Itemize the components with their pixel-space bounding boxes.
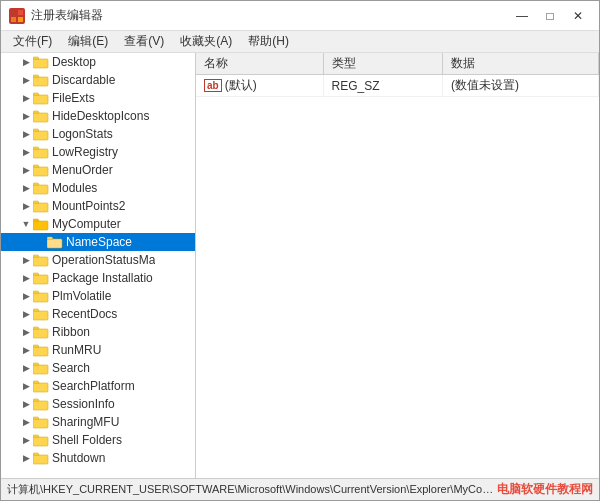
svg-rect-22 (33, 383, 48, 392)
tree-item[interactable]: ▶ OperationStatusMa (1, 251, 195, 269)
tree-item[interactable]: ▶ SharingMFU (1, 413, 195, 431)
svg-rect-6 (33, 95, 48, 104)
tree-item[interactable]: ▶ RecentDocs (1, 305, 195, 323)
tree-item[interactable]: ▶ MenuOrder (1, 161, 195, 179)
svg-rect-13 (33, 221, 48, 230)
tree-expander[interactable]: ▶ (19, 289, 33, 303)
tree-item[interactable]: ▶ Desktop (1, 53, 195, 71)
svg-rect-23 (33, 401, 48, 410)
tree-expander[interactable]: ▶ (19, 181, 33, 195)
tree-item[interactable]: ▶ Package Installatio (1, 269, 195, 287)
minimize-button[interactable]: — (509, 5, 535, 27)
tree-expander[interactable] (33, 235, 47, 249)
registry-pane: 名称 类型 数据 ab (默认) REG_SZ(数值未设置) (196, 53, 599, 478)
tree-item[interactable]: ▼ MyComputer (1, 215, 195, 233)
tree-item-label: Modules (52, 181, 97, 195)
folder-icon (33, 109, 49, 123)
tree-expander[interactable]: ▶ (19, 109, 33, 123)
tree-item[interactable]: ▶ FileExts (1, 89, 195, 107)
tree-expander[interactable]: ▶ (19, 361, 33, 375)
svg-rect-1 (18, 10, 23, 15)
watermark: 电脑软硬件教程网 (497, 481, 593, 498)
menu-view[interactable]: 查看(V) (116, 31, 172, 52)
tree-expander[interactable]: ▶ (19, 91, 33, 105)
svg-rect-21 (33, 365, 48, 374)
tree-expander[interactable]: ▶ (19, 343, 33, 357)
folder-icon (33, 325, 49, 339)
tree-item-label: Shell Folders (52, 433, 122, 447)
folder-icon (33, 253, 49, 267)
col-type: 类型 (323, 53, 442, 75)
main-window: 注册表编辑器 — □ ✕ 文件(F) 编辑(E) 查看(V) 收藏夹(A) 帮助… (0, 0, 600, 501)
menu-bar: 文件(F) 编辑(E) 查看(V) 收藏夹(A) 帮助(H) (1, 31, 599, 53)
folder-icon (33, 199, 49, 213)
window-title: 注册表编辑器 (31, 7, 509, 24)
table-row[interactable]: ab (默认) REG_SZ(数值未设置) (196, 75, 599, 97)
tree-expander[interactable]: ▶ (19, 415, 33, 429)
app-icon (9, 8, 25, 24)
tree-expander[interactable]: ▶ (19, 307, 33, 321)
tree-expander[interactable]: ▶ (19, 73, 33, 87)
tree-item[interactable]: ▶ LogonStats (1, 125, 195, 143)
folder-icon (33, 289, 49, 303)
tree-item-label: SharingMFU (52, 415, 119, 429)
menu-file[interactable]: 文件(F) (5, 31, 60, 52)
tree-item[interactable]: ▶ LowRegistry (1, 143, 195, 161)
tree-expander[interactable]: ▶ (19, 433, 33, 447)
tree-expander[interactable]: ▶ (19, 325, 33, 339)
folder-icon (33, 217, 49, 231)
folder-icon (33, 433, 49, 447)
folder-icon (33, 181, 49, 195)
tree-item[interactable]: ▶ Search (1, 359, 195, 377)
menu-favorites[interactable]: 收藏夹(A) (172, 31, 240, 52)
tree-item-label: NameSpace (66, 235, 132, 249)
tree-item[interactable]: ▶ SearchPlatform (1, 377, 195, 395)
tree-item[interactable]: ▶ HideDesktopIcons (1, 107, 195, 125)
window-controls: — □ ✕ (509, 5, 591, 27)
tree-expander[interactable]: ▶ (19, 199, 33, 213)
tree-expander[interactable]: ▶ (19, 379, 33, 393)
svg-rect-10 (33, 167, 48, 176)
tree-item[interactable]: NameSpace (1, 233, 195, 251)
tree-item[interactable]: ▶ Shutdown (1, 449, 195, 467)
tree-expander[interactable]: ▶ (19, 55, 33, 69)
menu-help[interactable]: 帮助(H) (240, 31, 297, 52)
tree-item[interactable]: ▶ Discardable (1, 71, 195, 89)
tree-item[interactable]: ▶ Ribbon (1, 323, 195, 341)
svg-rect-4 (33, 59, 48, 68)
folder-icon (33, 73, 49, 87)
tree-item[interactable]: ▶ RunMRU (1, 341, 195, 359)
reg-data: (数值未设置) (442, 75, 598, 97)
tree-expander[interactable]: ▶ (19, 253, 33, 267)
tree-expander[interactable]: ▶ (19, 127, 33, 141)
tree-expander[interactable]: ▼ (19, 217, 33, 231)
reg-name: ab (默认) (196, 75, 323, 97)
tree-expander[interactable]: ▶ (19, 163, 33, 177)
svg-rect-8 (33, 131, 48, 140)
folder-icon (33, 91, 49, 105)
folder-icon (33, 127, 49, 141)
folder-icon (33, 343, 49, 357)
status-path: 计算机\HKEY_CURRENT_USER\SOFTWARE\Microsoft… (7, 482, 497, 497)
tree-item-label: Desktop (52, 55, 96, 69)
maximize-button[interactable]: □ (537, 5, 563, 27)
tree-item[interactable]: ▶ MountPoints2 (1, 197, 195, 215)
svg-rect-9 (33, 149, 48, 158)
tree-item-label: MenuOrder (52, 163, 113, 177)
tree-item-label: PlmVolatile (52, 289, 111, 303)
tree-pane[interactable]: ▶ Desktop▶ Discardable▶ FileExts▶ HideDe… (1, 53, 196, 478)
svg-rect-11 (33, 185, 48, 194)
content-area: ▶ Desktop▶ Discardable▶ FileExts▶ HideDe… (1, 53, 599, 478)
tree-expander[interactable]: ▶ (19, 271, 33, 285)
tree-expander[interactable]: ▶ (19, 145, 33, 159)
tree-item[interactable]: ▶ PlmVolatile (1, 287, 195, 305)
tree-item[interactable]: ▶ Modules (1, 179, 195, 197)
tree-item-label: Search (52, 361, 90, 375)
tree-item[interactable]: ▶ SessionInfo (1, 395, 195, 413)
menu-edit[interactable]: 编辑(E) (60, 31, 116, 52)
close-button[interactable]: ✕ (565, 5, 591, 27)
tree-expander[interactable]: ▶ (19, 451, 33, 465)
tree-item[interactable]: ▶ Shell Folders (1, 431, 195, 449)
svg-rect-0 (11, 10, 16, 15)
tree-expander[interactable]: ▶ (19, 397, 33, 411)
